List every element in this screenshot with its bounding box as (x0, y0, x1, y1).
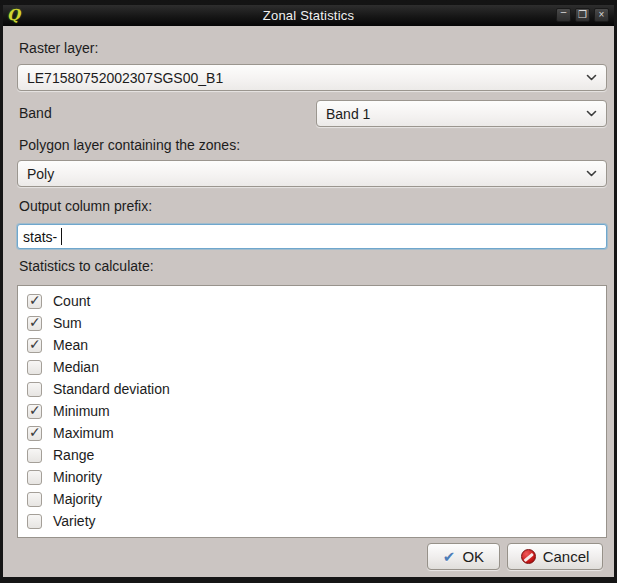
stat-label: Standard deviation (53, 381, 170, 397)
checkbox-icon[interactable]: ✓ (27, 448, 42, 463)
output-prefix-label: Output column prefix: (19, 198, 152, 214)
output-prefix-input[interactable] (17, 224, 607, 249)
cancel-button-label: Cancel (543, 548, 590, 565)
list-item[interactable]: ✓Standard deviation (18, 378, 606, 400)
minimize-icon: – (557, 6, 570, 18)
close-icon: × (595, 9, 608, 21)
polygon-layer-select[interactable]: Poly (17, 160, 607, 187)
list-item[interactable]: ✓Median (18, 356, 606, 378)
polygon-layer-label: Polygon layer containing the zones: (19, 137, 240, 153)
stat-label: Count (53, 293, 90, 309)
check-mark-icon: ✓ (29, 424, 41, 440)
chevron-down-icon (586, 170, 597, 177)
list-item[interactable]: ✓Count (18, 290, 606, 312)
dialog-body: Raster layer: LE71580752002307SGS00_B1 B… (3, 26, 614, 577)
list-item[interactable]: ✓Minority (18, 466, 606, 488)
text-cursor (61, 228, 62, 245)
check-mark-icon: ✓ (29, 292, 41, 308)
checkbox-icon[interactable]: ✓ (27, 382, 42, 397)
checkbox-icon[interactable]: ✓ (27, 316, 42, 331)
list-item[interactable]: ✓Mean (18, 334, 606, 356)
qgis-logo-icon: Q (7, 6, 20, 24)
list-item[interactable]: ✓Range (18, 444, 606, 466)
ok-button[interactable]: ✔ OK (427, 543, 500, 570)
list-item[interactable]: ✓Variety (18, 510, 606, 532)
checkbox-icon[interactable]: ✓ (27, 470, 42, 485)
raster-layer-select[interactable]: LE71580752002307SGS00_B1 (17, 64, 607, 91)
minimize-button[interactable]: – (556, 8, 571, 22)
check-mark-icon: ✓ (29, 402, 41, 418)
polygon-layer-value: Poly (27, 166, 580, 182)
chevron-down-icon (586, 110, 597, 117)
chevron-down-icon (586, 74, 597, 81)
stat-label: Minimum (53, 403, 110, 419)
list-item[interactable]: ✓Minimum (18, 400, 606, 422)
ok-check-icon: ✔ (443, 548, 456, 566)
raster-layer-value: LE71580752002307SGS00_B1 (27, 70, 580, 86)
list-item[interactable]: ✓Sum (18, 312, 606, 334)
band-label: Band (19, 105, 52, 121)
checkbox-icon[interactable]: ✓ (27, 492, 42, 507)
statistics-list: ✓Count✓Sum✓Mean✓Median✓Standard deviatio… (17, 285, 607, 538)
maximize-button[interactable]: ❐ (575, 8, 590, 22)
checkbox-icon[interactable]: ✓ (27, 338, 42, 353)
list-item[interactable]: ✓Maximum (18, 422, 606, 444)
stat-label: Minority (53, 469, 102, 485)
statistics-label: Statistics to calculate: (19, 258, 154, 274)
list-item[interactable]: ✓Majority (18, 488, 606, 510)
cancel-button[interactable]: Cancel (507, 543, 603, 570)
desktop-background: Q Zonal Statistics – ❐ × Raster layer: L… (0, 0, 617, 583)
check-mark-icon: ✓ (29, 336, 41, 352)
stat-label: Variety (53, 513, 96, 529)
checkbox-icon[interactable]: ✓ (27, 294, 42, 309)
maximize-icon: ❐ (576, 9, 589, 21)
stat-label: Range (53, 447, 94, 463)
checkbox-icon[interactable]: ✓ (27, 404, 42, 419)
zonal-statistics-dialog: Q Zonal Statistics – ❐ × Raster layer: L… (0, 5, 617, 583)
stat-label: Majority (53, 491, 102, 507)
cancel-stop-icon (521, 549, 536, 564)
ok-button-label: OK (462, 548, 484, 565)
checkbox-icon[interactable]: ✓ (27, 426, 42, 441)
checkbox-icon[interactable]: ✓ (27, 360, 42, 375)
titlebar[interactable]: Q Zonal Statistics – ❐ × (3, 5, 614, 26)
window-title: Zonal Statistics (3, 8, 614, 23)
check-mark-icon: ✓ (29, 314, 41, 330)
stat-label: Median (53, 359, 99, 375)
close-button[interactable]: × (594, 8, 609, 22)
band-value: Band 1 (326, 106, 580, 122)
raster-layer-label: Raster layer: (19, 40, 98, 56)
stat-label: Maximum (53, 425, 114, 441)
checkbox-icon[interactable]: ✓ (27, 514, 42, 529)
stat-label: Sum (53, 315, 82, 331)
band-select[interactable]: Band 1 (316, 100, 607, 127)
stat-label: Mean (53, 337, 88, 353)
